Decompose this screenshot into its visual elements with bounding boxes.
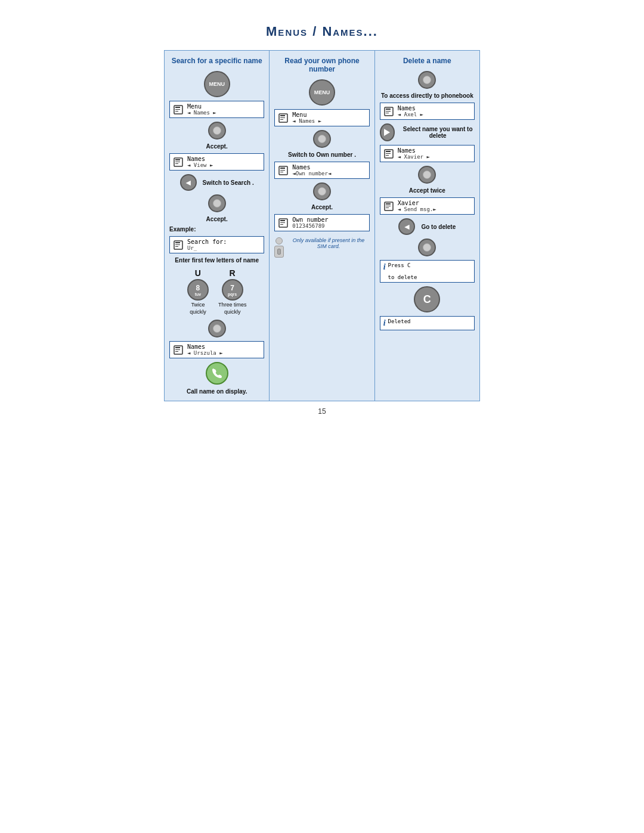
round-btn-col3-1[interactable]: [418, 71, 436, 89]
svg-rect-40: [386, 203, 391, 205]
switch-own-number-label: Switch to Own number .: [288, 151, 356, 158]
left-arrow-btn1[interactable]: ◄: [180, 174, 197, 191]
accept-col2-label: Accept.: [311, 204, 333, 210]
play-icon: [384, 129, 390, 136]
svg-rect-28: [280, 220, 285, 221]
round-btn-col1-accept1[interactable]: [208, 122, 226, 140]
r-desc: quickly: [224, 309, 241, 315]
svg-rect-12: [175, 242, 180, 243]
menu-button-col2[interactable]: MENU: [309, 79, 335, 106]
left-arrow-btn-col3[interactable]: ◄: [398, 218, 415, 235]
circle-icon1: [213, 126, 221, 135]
accept-twice-label: Accept twice: [409, 187, 445, 194]
round-btn-col3-2[interactable]: [418, 166, 436, 184]
u-group: U 8 tuv Twice quickly: [187, 268, 209, 315]
accept1-label: Accept.: [206, 143, 228, 150]
circle-icon-c3-1: [423, 76, 431, 84]
access-label: To access directly to phonebook: [381, 92, 473, 99]
pb-icon-col2s3: [278, 218, 290, 228]
svg-rect-26: [280, 172, 283, 172]
screen3-col3-text: Xavier ◄ Send msg.►: [398, 200, 471, 212]
enter-label: Enter first few letters of name: [175, 257, 259, 264]
svg-rect-37: [386, 153, 391, 154]
pb-icon-col2s2: [278, 166, 290, 175]
svg-rect-24: [280, 168, 285, 169]
svg-rect-8: [175, 159, 180, 160]
svg-rect-33: [386, 111, 391, 112]
sim-body: [274, 246, 284, 258]
u-times: Twice: [191, 302, 205, 308]
round-btn-col2-1[interactable]: [313, 130, 331, 148]
info-icon-2: i: [383, 318, 386, 328]
r-times: Three times: [218, 302, 247, 308]
circle-icon3: [213, 324, 221, 333]
sim-head: [275, 237, 283, 244]
svg-rect-42: [386, 208, 389, 208]
round-btn-col3-3[interactable]: [418, 239, 436, 256]
btn-8[interactable]: 8 tuv: [187, 279, 209, 301]
svg-rect-29: [280, 222, 285, 223]
screen1-col2: Menu ◄ Names ►: [274, 109, 369, 126]
columns-wrapper: Search for a specific name MENU Menu: [164, 50, 480, 401]
circle-icon2: [213, 199, 221, 208]
menu-label-col2: MENU: [314, 89, 330, 95]
play-btn-col3[interactable]: [380, 123, 395, 141]
screen4-col1-text: Names ◄ Urszula ►: [187, 343, 261, 356]
column-own-number: Read your own phone number MENU Menu ◄ N…: [270, 51, 374, 401]
screen3-col2-text: Own number 0123456789: [292, 216, 366, 229]
round-btn-col2-2[interactable]: [313, 182, 331, 200]
svg-rect-21: [280, 117, 285, 118]
pb-icon-col1s1: [173, 105, 185, 114]
screen4-col1: Names ◄ Urszula ►: [169, 341, 264, 358]
col3-header: Delete a name: [403, 57, 451, 65]
page-number: 15: [318, 407, 326, 416]
screen3-col2: Own number 0123456789: [274, 214, 369, 231]
circle-icon-c3-3: [423, 243, 431, 252]
screen3-col1: Search for: Ur_: [169, 236, 264, 253]
accept2-label: Accept.: [206, 216, 228, 222]
screen1-col1: Menu ◄ Names ►: [169, 101, 264, 118]
menu-button-col1[interactable]: MENU: [204, 71, 230, 97]
col1-header: Search for a specific name: [172, 57, 262, 65]
screen1-col1-text: Menu ◄ Names ►: [187, 103, 261, 116]
svg-rect-30: [280, 224, 283, 225]
screen3-col1-text: Search for: Ur_: [187, 239, 261, 251]
arrow-row-col3-2: ◄ Go to delete: [398, 218, 456, 235]
btn-7[interactable]: 7 pqrs: [222, 279, 243, 301]
call-label: Call name on display.: [187, 388, 247, 395]
circle-icon-c3-2: [423, 171, 431, 179]
svg-rect-9: [175, 162, 180, 162]
round-btn-col1-accept2[interactable]: [208, 194, 226, 212]
svg-rect-10: [175, 163, 178, 164]
svg-rect-14: [175, 246, 178, 247]
screen2-col3: Names ◄ Xavier ►: [380, 145, 475, 162]
screen2-col2-text: Names ◄Own number◄: [292, 164, 366, 176]
num-buttons-row: U 8 tuv Twice quickly R 7 pqrs Three tim…: [187, 268, 247, 315]
example-label: Example:: [169, 226, 196, 233]
svg-rect-32: [386, 109, 391, 110]
pb-icon-col3s2: [383, 149, 395, 159]
round-btn-col1-3[interactable]: [208, 320, 226, 337]
svg-rect-36: [386, 151, 391, 152]
screen2-col2: Names ◄Own number◄: [274, 162, 369, 179]
info-deleted-text: Deleted: [388, 318, 411, 328]
arrow-row-col3: Select name you want to delete: [380, 123, 475, 141]
svg-rect-2: [175, 109, 180, 110]
c-button[interactable]: C: [414, 286, 440, 312]
switch-search-label: Switch to Search .: [203, 179, 254, 186]
screen1-col3: Names ◄ Axel ►: [380, 103, 475, 120]
info-press-c: i Press C to delete: [380, 260, 475, 283]
svg-rect-34: [386, 113, 389, 113]
arrow-row1: ◄ Switch to Search .: [180, 174, 254, 191]
green-call-btn[interactable]: [206, 362, 228, 385]
screen2-col3-text: Names ◄ Xavier ►: [398, 147, 471, 160]
screen2-col1-text: Names ◄ View ►: [187, 156, 261, 168]
svg-rect-16: [175, 347, 180, 348]
svg-rect-20: [280, 115, 285, 116]
svg-rect-22: [280, 119, 283, 120]
column-delete: Delete a name To access directly to phon…: [375, 51, 479, 401]
pb-icon-col1s3: [173, 240, 185, 250]
info-icon-1: i: [383, 262, 386, 280]
sim-key: [277, 249, 281, 255]
svg-rect-1: [175, 107, 180, 108]
